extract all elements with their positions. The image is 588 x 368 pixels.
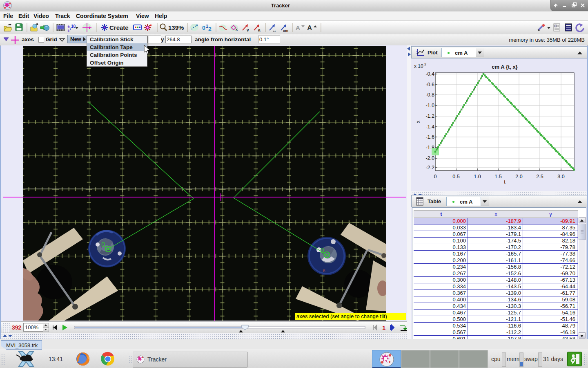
svg-text:139%: 139%	[168, 24, 184, 31]
svg-text:-1.2: -1.2	[425, 113, 434, 119]
svg-text:A: A	[296, 24, 300, 31]
svg-text:a: a	[258, 28, 261, 32]
svg-text:2: 2	[208, 26, 212, 32]
svg-text:x: x	[415, 121, 421, 123]
svg-text:x 10: x 10	[414, 63, 423, 69]
svg-text:0.5: 0.5	[452, 174, 459, 180]
svg-text:10: 10	[71, 24, 76, 29]
svg-text:A: A	[307, 24, 312, 32]
svg-text:-1.4: -1.4	[425, 124, 434, 130]
svg-text:-0.4: -0.4	[425, 71, 434, 77]
svg-text:x: x	[236, 27, 238, 31]
svg-text:0: 0	[202, 25, 205, 31]
svg-text:-2.2: -2.2	[425, 165, 434, 171]
svg-text:t: t	[504, 179, 506, 185]
svg-text:v: v	[247, 28, 249, 32]
svg-text:1: 1	[382, 324, 385, 331]
svg-text:2: 2	[424, 62, 426, 66]
svg-text:+: +	[67, 28, 70, 33]
svg-text:-1.6: -1.6	[425, 134, 434, 140]
svg-text:-0.8: -0.8	[425, 92, 434, 98]
svg-text:-2.0: -2.0	[425, 155, 434, 161]
svg-text:-1.0: -1.0	[425, 103, 434, 108]
svg-text:2.5: 2.5	[536, 174, 543, 180]
svg-text:6: 6	[323, 269, 325, 273]
svg-text:Create: Create	[109, 24, 129, 31]
svg-text:2.0: 2.0	[515, 174, 522, 180]
svg-text:1.5: 1.5	[494, 174, 501, 180]
svg-text:3.0: 3.0	[557, 174, 564, 180]
svg-text:cm A {t, x}: cm A {t, x}	[492, 64, 517, 70]
svg-text:-0.6: -0.6	[425, 82, 434, 88]
svg-text:↔: ↔	[272, 27, 277, 33]
svg-text:xm: xm	[283, 29, 288, 33]
svg-text:0: 0	[434, 174, 437, 180]
svg-text:1.0: 1.0	[474, 174, 481, 180]
